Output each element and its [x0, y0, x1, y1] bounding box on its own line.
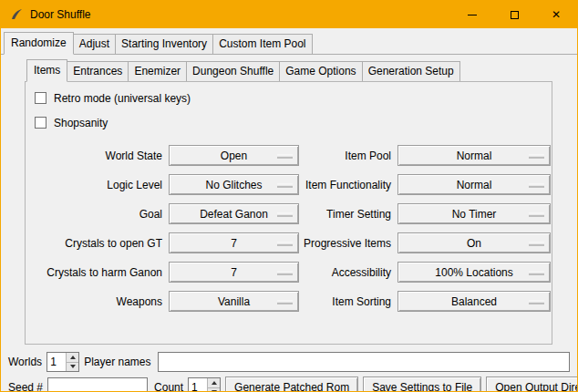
dropdown-indicator-icon	[529, 300, 544, 303]
arrow-up-icon	[212, 381, 217, 385]
inner-notebook: Items Entrances Enemizer Dungeon Shuffle…	[25, 59, 552, 345]
close-icon: ✕	[552, 9, 561, 20]
retro-mode-checkbox-label: Retro mode (universal keys)	[54, 92, 191, 105]
dropdown-progressive-items[interactable]: On	[397, 232, 551, 253]
progressive-items-value: On	[467, 237, 481, 250]
arrow-up-icon	[70, 356, 76, 359]
logic-level-label: Logic Level	[26, 179, 164, 191]
bottom-bar: Worlds Player names Seed # Count	[1, 345, 577, 392]
tab-adjust[interactable]: Adjust	[73, 34, 116, 54]
tab-starting-inventory[interactable]: Starting Inventory	[115, 34, 213, 54]
crystals-open-gt-value: 7	[231, 237, 237, 250]
item-pool-label: Item Pool	[304, 150, 393, 162]
tab-dungeon-shuffle[interactable]: Dungeon Shuffle	[186, 61, 280, 81]
accessibility-value: 100% Locations	[435, 266, 512, 279]
close-button[interactable]: ✕	[535, 1, 577, 28]
count-spin-arrows	[207, 378, 220, 392]
tab-generation-setup[interactable]: Generation Setup	[362, 61, 460, 81]
app-window: Door Shuffle ✕ Randomize Adjust Starting…	[0, 0, 578, 392]
generate-patched-rom-button[interactable]: Generate Patched Rom	[225, 377, 358, 392]
weapons-value: Vanilla	[218, 295, 250, 308]
retro-mode-checkbox-box[interactable]	[35, 92, 46, 104]
worlds-input[interactable]	[47, 353, 66, 371]
inner-tab-bar: Items Entrances Enemizer Dungeon Shuffle…	[25, 59, 552, 81]
checkbox-shopsanity[interactable]: Shopsanity	[35, 115, 552, 130]
dropdown-item-sorting[interactable]: Balanced	[397, 291, 551, 312]
dropdown-indicator-icon	[277, 242, 293, 244]
options-grid: World State Open Item Pool Normal Logic …	[26, 139, 552, 312]
maximize-button[interactable]	[493, 1, 535, 28]
worlds-spin-arrows	[66, 353, 78, 371]
spin-up-button[interactable]	[208, 378, 220, 388]
item-pool-value: Normal	[457, 150, 492, 162]
seed-row: Seed # Count Generate Patched Rom Save S…	[8, 377, 570, 392]
shopsanity-checkbox-label: Shopsanity	[54, 117, 108, 129]
tab-enemizer[interactable]: Enemizer	[128, 61, 187, 81]
crystals-harm-ganon-label: Crystals to harm Ganon	[26, 266, 164, 279]
save-settings-button[interactable]: Save Settings to File	[363, 377, 481, 392]
app-icon	[9, 8, 23, 22]
tab-game-options[interactable]: Game Options	[279, 61, 362, 81]
dropdown-world-state[interactable]: Open	[169, 145, 299, 166]
minimize-icon	[468, 15, 477, 15]
world-state-value: Open	[221, 150, 247, 162]
crystals-open-gt-label: Crystals to open GT	[26, 237, 164, 250]
items-pane: Retro mode (universal keys) Shopsanity W…	[25, 81, 552, 345]
worlds-label: Worlds	[8, 356, 42, 368]
item-sorting-value: Balanced	[451, 295, 497, 308]
dropdown-logic-level[interactable]: No Glitches	[169, 174, 299, 195]
worlds-spinner[interactable]	[46, 352, 79, 372]
count-label: Count	[154, 381, 183, 392]
dropdown-crystals-harm-ganon[interactable]: 7	[169, 262, 299, 283]
dropdown-goal[interactable]: Defeat Ganon	[169, 203, 299, 224]
player-names-label: Player names	[84, 356, 150, 368]
dropdown-indicator-icon	[529, 154, 544, 157]
tab-randomize[interactable]: Randomize	[4, 32, 74, 55]
dropdown-indicator-icon	[529, 271, 544, 273]
item-functionality-label: Item Functionality	[304, 179, 393, 191]
dropdown-indicator-icon	[277, 300, 293, 303]
weapons-label: Weapons	[26, 295, 164, 308]
spin-down-button[interactable]	[208, 388, 220, 392]
goal-label: Goal	[26, 208, 164, 221]
count-input[interactable]	[189, 378, 207, 392]
checkbox-retro-mode[interactable]: Retro mode (universal keys)	[35, 90, 552, 106]
dropdown-item-functionality[interactable]: Normal	[397, 174, 551, 195]
spin-down-button[interactable]	[67, 363, 78, 372]
outer-tab-bar: Randomize Adjust Starting Inventory Cust…	[1, 28, 577, 55]
dropdown-indicator-icon	[277, 183, 293, 186]
dropdown-indicator-icon	[529, 242, 544, 244]
dropdown-item-pool[interactable]: Normal	[397, 145, 551, 166]
accessibility-label: Accessibility	[304, 266, 393, 279]
player-names-input[interactable]	[158, 352, 571, 372]
window-controls: ✕	[451, 1, 577, 28]
window-title: Door Shuffle	[30, 8, 91, 21]
dropdown-indicator-icon	[529, 212, 544, 215]
dropdown-indicator-icon	[277, 212, 293, 215]
worlds-row: Worlds Player names	[8, 352, 570, 372]
titlebar: Door Shuffle ✕	[1, 1, 577, 28]
tab-items[interactable]: Items	[26, 59, 67, 82]
tab-entrances[interactable]: Entrances	[67, 61, 129, 81]
spin-up-button[interactable]	[67, 353, 78, 363]
open-output-directory-button[interactable]: Open Output Directory	[486, 377, 578, 392]
dropdown-accessibility[interactable]: 100% Locations	[397, 262, 551, 283]
maximize-icon	[511, 11, 519, 19]
tab-custom-item-pool[interactable]: Custom Item Pool	[212, 34, 312, 54]
minimize-button[interactable]	[451, 1, 493, 28]
goal-value: Defeat Ganon	[200, 208, 268, 221]
world-state-label: World State	[26, 150, 164, 162]
dropdown-crystals-open-gt[interactable]: 7	[169, 232, 299, 253]
seed-input[interactable]	[47, 377, 148, 392]
logic-level-value: No Glitches	[205, 179, 262, 191]
seed-label: Seed #	[8, 381, 43, 392]
crystals-harm-ganon-value: 7	[231, 266, 237, 279]
shopsanity-checkbox-box[interactable]	[35, 117, 46, 129]
dropdown-weapons[interactable]: Vanilla	[169, 291, 299, 312]
timer-setting-label: Timer Setting	[304, 208, 393, 221]
dropdown-indicator-icon	[529, 183, 544, 186]
item-sorting-label: Item Sorting	[304, 295, 393, 308]
dropdown-timer-setting[interactable]: No Timer	[397, 203, 551, 224]
timer-setting-value: No Timer	[452, 208, 497, 221]
count-spinner[interactable]	[188, 377, 221, 392]
